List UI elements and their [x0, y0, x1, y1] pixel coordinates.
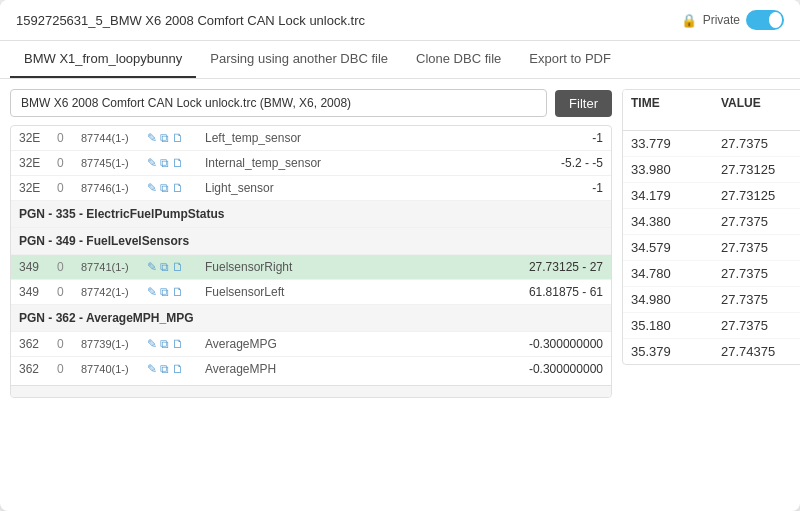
signal-name: AverageMPH	[205, 362, 517, 376]
signal-scroll-area[interactable]: 32E 0 87744(1-) ✎ ⧉ 🗋 Left_temp_sensor -…	[11, 126, 611, 381]
copy-icon[interactable]: ⧉	[160, 337, 169, 351]
signal-icons: ✎ ⧉ 🗋	[147, 260, 199, 274]
signal-value: 61.81875 - 61	[523, 285, 603, 299]
data-table: TIME VALUE RAW DATA 33.779 27.7375 A5265…	[623, 90, 800, 364]
signal-icons: ✎ ⧉ 🗋	[147, 337, 199, 351]
signal-id: 362	[19, 337, 51, 351]
col-value-header: VALUE	[721, 96, 800, 124]
data-table-body[interactable]: 33.779 27.7375 A526561100 33.980 27.7312…	[623, 131, 800, 364]
value-cell: 27.73125	[721, 162, 800, 177]
title-bar: 1592725631_5_BMW X6 2008 Comfort CAN Loc…	[0, 0, 800, 41]
signal-value: -1	[523, 181, 603, 195]
filter-button[interactable]: Filter	[555, 90, 612, 117]
signal-row-fuel-left: 349 0 87742(1-) ✎ ⧉ 🗋 FuelsensorLeft 61.…	[11, 280, 611, 305]
info-icon[interactable]: 🗋	[172, 362, 184, 376]
info-icon[interactable]: 🗋	[172, 285, 184, 299]
data-row: 33.779 27.7375 A526561100	[623, 131, 800, 157]
info-icon[interactable]: 🗋	[172, 131, 184, 145]
signal-id: 349	[19, 260, 51, 274]
group-label: PGN - 362 - AverageMPH_MPG	[19, 311, 194, 325]
signal-row-internal-temp: 32E 0 87745(1-) ✎ ⧉ 🗋 Internal_temp_sens…	[11, 151, 611, 176]
time-cell: 33.779	[631, 136, 721, 151]
edit-icon[interactable]: ✎	[147, 337, 157, 351]
tab-parsing[interactable]: Parsing using another DBC file	[196, 41, 402, 78]
file-select[interactable]: BMW X6 2008 Comfort CAN Lock unlock.trc …	[10, 89, 547, 117]
signal-value: -0.300000000	[523, 337, 603, 351]
tab-bmw[interactable]: BMW X1_from_loopybunny	[10, 41, 196, 78]
signal-id: 349	[19, 285, 51, 299]
copy-icon[interactable]: ⧉	[160, 362, 169, 376]
edit-icon[interactable]: ✎	[147, 260, 157, 274]
signal-value: -1	[523, 131, 603, 145]
time-cell: 34.380	[631, 214, 721, 229]
value-cell: 27.73125	[721, 188, 800, 203]
info-icon[interactable]: 🗋	[172, 260, 184, 274]
tab-bar: BMW X1_from_loopybunny Parsing using ano…	[0, 41, 800, 79]
edit-icon[interactable]: ✎	[147, 131, 157, 145]
group-label: PGN - 349 - FuelLevelSensors	[19, 234, 189, 248]
info-icon[interactable]: 🗋	[172, 181, 184, 195]
time-cell: 33.980	[631, 162, 721, 177]
signal-row-avg-mph: 362 0 87740(1-) ✎ ⧉ 🗋 AverageMPH -0.3000…	[11, 357, 611, 381]
signal-addr: 87741(1-)	[81, 261, 141, 273]
lock-icon: 🔒	[681, 13, 697, 28]
signal-icons: ✎ ⧉ 🗋	[147, 285, 199, 299]
copy-icon[interactable]: ⧉	[160, 156, 169, 170]
edit-icon[interactable]: ✎	[147, 156, 157, 170]
signal-addr: 87742(1-)	[81, 286, 141, 298]
group-header-avgmph: PGN - 362 - AverageMPH_MPG	[11, 305, 611, 332]
signal-name: FuelsensorRight	[205, 260, 517, 274]
data-row: 34.380 27.7375 A726561100	[623, 209, 800, 235]
edit-icon[interactable]: ✎	[147, 285, 157, 299]
signal-num: 0	[57, 362, 75, 376]
info-icon[interactable]: 🗋	[172, 156, 184, 170]
toolbar: BMW X6 2008 Comfort CAN Lock unlock.trc …	[10, 89, 612, 117]
left-panel: BMW X6 2008 Comfort CAN Lock unlock.trc …	[10, 89, 612, 398]
signal-value: 27.73125 - 27	[523, 260, 603, 274]
private-toggle-switch[interactable]: Yes	[746, 10, 784, 30]
info-icon[interactable]: 🗋	[172, 337, 184, 351]
edit-icon[interactable]: ✎	[147, 181, 157, 195]
data-row: 34.179 27.73125 A326551100	[623, 183, 800, 209]
signal-name: AverageMPG	[205, 337, 517, 351]
signal-icons: ✎ ⧉ 🗋	[147, 362, 199, 376]
group-header-fuel: PGN - 349 - FuelLevelSensors	[11, 228, 611, 255]
copy-icon[interactable]: ⧉	[160, 285, 169, 299]
copy-icon[interactable]: ⧉	[160, 260, 169, 274]
private-toggle-area: 🔒 Private Yes	[681, 10, 784, 30]
signal-row-fuel-right: 349 0 87741(1-) ✎ ⧉ 🗋 FuelsensorRight 27…	[11, 255, 611, 280]
tab-clone[interactable]: Clone DBC file	[402, 41, 515, 78]
col-time-header: TIME	[631, 96, 721, 124]
private-label: Private	[703, 13, 740, 27]
signal-icons: ✎ ⧉ 🗋	[147, 156, 199, 170]
toggle-yes-label: Yes	[748, 13, 769, 27]
signal-name: FuelsensorLeft	[205, 285, 517, 299]
value-cell: 27.7375	[721, 240, 800, 255]
data-row: 35.180 27.7375 A626561100	[623, 313, 800, 339]
copy-icon[interactable]: ⧉	[160, 131, 169, 145]
data-table-wrap: TIME VALUE RAW DATA 33.779 27.7375 A5265…	[622, 89, 800, 365]
right-panel: TIME VALUE RAW DATA 33.779 27.7375 A5265…	[622, 89, 800, 398]
time-cell: 34.179	[631, 188, 721, 203]
data-row: 33.980 27.73125 A326551100	[623, 157, 800, 183]
filename-text: 1592725631_5_BMW X6 2008 Comfort CAN Loc…	[16, 13, 365, 28]
copy-icon[interactable]: ⧉	[160, 181, 169, 195]
signal-row-avg-mpg: 362 0 87739(1-) ✎ ⧉ 🗋 AverageMPG -0.3000…	[11, 332, 611, 357]
signal-num: 0	[57, 285, 75, 299]
signal-id: 32E	[19, 131, 51, 145]
signal-addr: 87744(1-)	[81, 132, 141, 144]
signal-name: Internal_temp_sensor	[205, 156, 517, 170]
value-cell: 27.7375	[721, 318, 800, 333]
signal-name: Light_sensor	[205, 181, 517, 195]
horizontal-scrollbar[interactable]	[11, 385, 611, 397]
time-cell: 34.579	[631, 240, 721, 255]
signal-value: -0.300000000	[523, 362, 603, 376]
signal-num: 0	[57, 260, 75, 274]
signal-addr: 87740(1-)	[81, 363, 141, 375]
time-cell: 34.980	[631, 292, 721, 307]
value-cell: 27.7375	[721, 136, 800, 151]
toggle-knob	[769, 12, 782, 28]
edit-icon[interactable]: ✎	[147, 362, 157, 376]
time-cell: 35.180	[631, 318, 721, 333]
tab-export[interactable]: Export to PDF	[515, 41, 625, 78]
